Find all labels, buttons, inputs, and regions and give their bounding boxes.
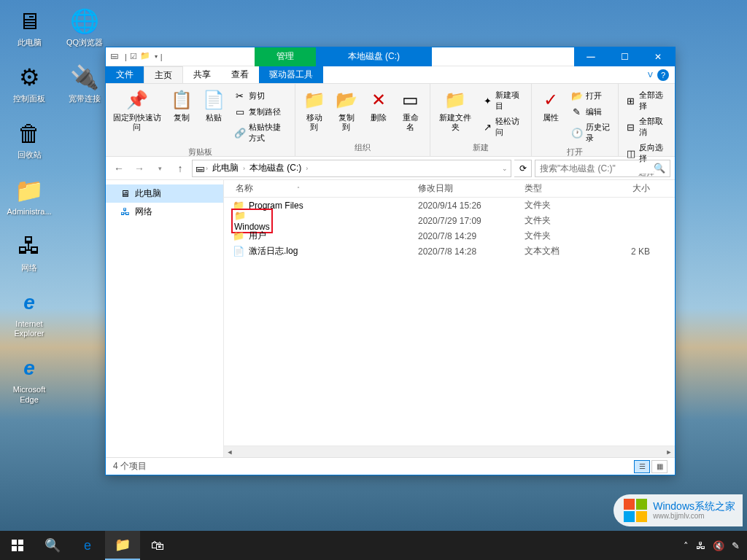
new-item-button[interactable]: ✦新建项目 [479,88,527,113]
desktop-icon-network[interactable]: 🖧网络 [6,231,53,273]
file-row[interactable]: 📄激活日志.log2020/7/8 14:28文本文档2 KB [224,244,675,259]
checkbox-icon[interactable]: ☑ [130,52,137,61]
close-button[interactable]: ✕ [641,47,675,66]
ribbon-group-clipboard: 📌固定到快速访问 📋复制 📄粘贴 ✂剪切 ▭复制路径 🔗粘贴快捷方式 剪贴板 [106,84,295,156]
bc-dropdown-icon[interactable]: ⌄ [502,165,508,172]
file-type: 文件夹 [519,214,602,227]
details-view-button[interactable]: ☰ [634,460,650,473]
tray-volume-icon[interactable]: 🔇 [713,540,724,551]
file-date: 2020/7/8 14:29 [412,231,519,241]
pin-to-quick-access-button[interactable]: 📌固定到快速访问 [110,87,164,133]
file-row[interactable]: 📁Windows2020/7/29 17:09文件夹 [224,213,675,228]
desktop-icon-qq[interactable]: 🌐QQ浏览器 [61,6,108,47]
qat-dropdown-icon[interactable]: ▾ [155,53,158,60]
tab-home[interactable]: 主页 [144,66,183,83]
rename-button[interactable]: ▭重命名 [396,87,425,133]
paste-button[interactable]: 📄粘贴 [199,87,228,124]
copy-path-button[interactable]: ▭复制路径 [231,104,290,119]
bc-thispc[interactable]: 此电脑 [209,162,241,174]
taskbar-store[interactable]: 🛍 [140,531,175,560]
desktop-icon-recycle[interactable]: 🗑回收站 [6,118,53,160]
breadcrumb[interactable]: 🖴 › 此电脑 › 本地磁盘 (C:) › ⌄ [192,160,511,177]
file-list: 📁Program Files2020/9/14 15:26文件夹📁Windows… [224,198,675,446]
thumbnails-view-button[interactable]: ▦ [651,460,667,473]
tray-network-icon[interactable]: 🖧 [696,540,705,551]
watermark: Windows系统之家 www.bjjmlv.com [614,494,743,526]
tab-share[interactable]: 共享 [183,66,221,83]
delete-button[interactable]: ✕删除 [364,87,393,124]
status-bar: 4 个项目 ☰ ▦ [106,457,675,475]
drive-icon: 🖴 [110,51,122,63]
cut-button[interactable]: ✂剪切 [231,88,290,103]
folder-icon: 📁 [140,51,152,63]
forward-button[interactable]: → [131,160,148,177]
minimize-button[interactable]: ─ [574,47,608,66]
desktop-icon-folder[interactable]: 📁Administra... [6,175,53,217]
history-button[interactable]: 🕐历史记录 [568,120,614,145]
back-button[interactable]: ← [110,160,128,177]
start-button[interactable] [0,531,35,560]
properties-button[interactable]: ✓属性 [536,87,565,124]
copy-to-button[interactable]: 📂复制到 [332,87,361,133]
shortcut-icon: 🔗 [234,127,246,139]
desktop-icon-ie[interactable]: eInternet Explorer [6,287,53,338]
titlebar: 🖴 | ☑ 📁 ▾ | 管理 本地磁盘 (C:) ─ ☐ ✕ [106,47,675,66]
network-icon: 🖧 [119,206,131,218]
desktop-icon-computer[interactable]: 🖥此电脑 [6,6,53,47]
desktop-icons-col2: 🌐QQ浏览器🔌宽带连接 [61,6,108,104]
bc-sep: › [243,165,245,172]
select-none-button[interactable]: ⊟全部取消 [623,114,671,139]
scroll-right-icon[interactable]: ► [663,446,675,458]
desktop: 🖥此电脑⚙控制面板🗑回收站📁Administra...🖧网络eInternet … [0,0,747,560]
edit-button[interactable]: ✎编辑 [568,104,614,119]
taskbar-explorer[interactable]: 📁 [105,531,140,560]
tray-ime-icon[interactable]: ✎ [732,540,740,551]
col-name[interactable]: 名称˄ [224,182,412,195]
rename-icon: ▭ [399,88,422,112]
refresh-button[interactable]: ⟳ [514,160,532,177]
tab-drive-tools[interactable]: 驱动器工具 [259,66,323,83]
maximize-button[interactable]: ☐ [608,47,641,66]
move-to-button[interactable]: 📁移动到 [300,87,329,133]
sort-indicator-icon: ˄ [297,186,300,192]
ribbon-collapse-icon[interactable]: ᐯ [648,71,653,79]
easy-access-button[interactable]: ↗轻松访问 [479,114,527,139]
tray-chevron-icon[interactable]: ˄ [684,540,689,551]
organize-label: 组织 [300,141,425,153]
scroll-left-icon[interactable]: ◄ [224,446,236,458]
paste-shortcut-button[interactable]: 🔗粘贴快捷方式 [231,120,290,145]
horizontal-scrollbar[interactable]: ◄ ► [224,446,675,457]
col-size[interactable]: 大小 [602,182,675,195]
col-date[interactable]: 修改日期 [412,182,519,195]
open-button[interactable]: 📂打开 [568,88,614,103]
bc-drive[interactable]: 本地磁盘 (C:) [247,162,304,174]
desktop-icon-control[interactable]: ⚙控制面板 [6,62,53,104]
title-mgmt-tab[interactable]: 管理 [255,47,316,66]
file-row[interactable]: 📁用户2020/7/8 14:29文件夹 [224,228,675,244]
up-button[interactable]: ↑ [171,160,189,177]
search-button[interactable]: 🔍 [35,531,70,560]
select-all-button[interactable]: ⊞全部选择 [623,88,671,113]
desktop-icon-label: 宽带连接 [69,94,101,104]
tab-view[interactable]: 查看 [221,66,259,83]
copy-button[interactable]: 📋复制 [167,87,196,124]
desktop-icon-edge[interactable]: eMicrosoft Edge [6,353,53,404]
nav-network[interactable]: 🖧网络 [106,203,223,221]
desktop-icon-broadband[interactable]: 🔌宽带连接 [61,62,108,104]
help-icon[interactable]: ? [657,69,669,81]
search-box[interactable]: 🔍 [535,160,670,177]
taskbar-edge[interactable]: e [70,531,105,560]
recent-button[interactable]: ▾ [151,160,169,177]
tab-file[interactable]: 文件 [106,66,144,83]
copy-icon: 📋 [170,88,193,112]
navigation-pane: 🖥此电脑 🖧网络 [106,180,224,457]
history-icon: 🕐 [571,127,583,139]
search-input[interactable] [540,163,654,174]
ribbon: 📌固定到快速访问 📋复制 📄粘贴 ✂剪切 ▭复制路径 🔗粘贴快捷方式 剪贴板 📁… [106,84,675,157]
search-icon[interactable]: 🔍 [654,163,665,174]
new-folder-button[interactable]: 📁新建文件夹 [435,87,477,133]
col-type[interactable]: 类型 [519,182,602,195]
selectnone-icon: ⊟ [626,121,636,133]
desktop-icon-label: 网络 [21,263,37,273]
nav-this-pc[interactable]: 🖥此电脑 [106,184,223,203]
